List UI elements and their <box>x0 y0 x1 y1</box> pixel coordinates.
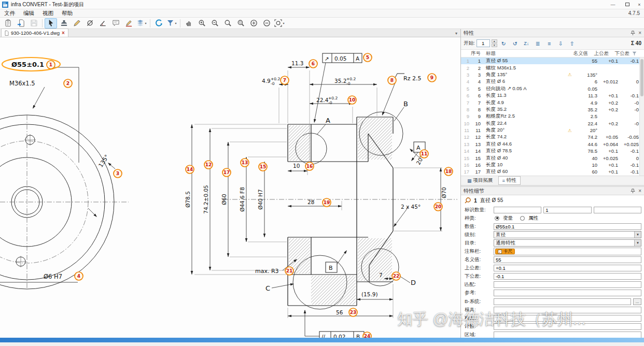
dimension-label[interactable]: 2 x 45° <box>401 204 421 210</box>
balloon-number[interactable]: 14 <box>187 167 193 172</box>
balloon-number[interactable]: 11 <box>421 151 428 156</box>
dimension-label[interactable]: +0.2 <box>346 77 356 81</box>
balloon-number[interactable]: 22 <box>393 273 400 279</box>
feature-row[interactable]: 1010长度 22.422.4+0.2-0 <box>461 120 644 127</box>
class-dropdown[interactable]: 直径▼ <box>494 231 641 238</box>
balloon-number[interactable]: 16 <box>306 164 313 169</box>
align-list-icon[interactable]: ≣ <box>533 39 543 48</box>
feature-row[interactable]: 1313直径 Ø 44.644.6+0.064+0.025 <box>461 141 644 148</box>
dimension-label[interactable]: Ø6 H7 <box>44 273 62 280</box>
balloon-number[interactable]: 5 <box>366 55 369 60</box>
pin-icon[interactable] <box>631 189 635 193</box>
angle-icon[interactable] <box>96 18 109 28</box>
balloon-number[interactable]: 4 <box>77 273 80 279</box>
bsystem-input[interactable] <box>494 298 631 305</box>
value-input[interactable] <box>494 223 641 230</box>
dimension-label[interactable]: B <box>356 334 360 338</box>
dimension-label[interactable]: +0.2 <box>271 77 280 81</box>
stepper-up-icon[interactable]: ▲ <box>492 39 497 43</box>
feature-row[interactable]: 22螺纹 M36x1.5 <box>461 64 644 71</box>
zoom-selection-icon[interactable]: ▾ <box>273 18 286 28</box>
dimension-label[interactable]: 74.2±0.05 <box>203 185 209 214</box>
gauge-input[interactable] <box>494 315 641 322</box>
feature-row[interactable]: 1717直径 Ø 6060+0.1-0.1 <box>461 168 644 175</box>
close-icon[interactable]: × <box>635 0 644 9</box>
zoom-in-icon[interactable] <box>195 18 208 28</box>
balloon-number[interactable]: 13 <box>242 160 248 165</box>
circle-plus-icon[interactable] <box>247 18 260 28</box>
dimension-label[interactable]: max. R3 <box>255 268 279 275</box>
move-top-icon[interactable]: ⇧ <box>567 39 577 48</box>
menu-file[interactable]: 文件 <box>0 9 19 17</box>
circle-minus-icon[interactable] <box>260 18 273 28</box>
nominal-input[interactable] <box>494 256 641 263</box>
feature-row[interactable]: 11直径 Ø 5555+0.1-0.1 <box>461 57 644 64</box>
feature-row[interactable]: 1616长度 1010+0.1-0.1 <box>461 162 644 168</box>
menu-help[interactable]: 帮助 <box>58 9 77 17</box>
column-no[interactable]: 序号 <box>461 50 481 57</box>
layers-icon[interactable]: ▾ <box>135 18 148 28</box>
feature-row[interactable]: 77长度 4.94.9+0.2-0 <box>461 99 644 106</box>
dimension-label[interactable]: 10 <box>293 163 300 169</box>
reference-input[interactable] <box>494 290 641 296</box>
dimension-label[interactable]: A <box>326 117 330 124</box>
balloon-number[interactable]: 18 <box>445 169 452 174</box>
balloon-number[interactable]: 9 <box>430 75 433 80</box>
qty-input-3[interactable] <box>594 207 641 213</box>
start-stepper[interactable]: ▲▼ <box>492 39 497 47</box>
radio-attribute[interactable] <box>520 216 525 221</box>
feature-row[interactable]: 55径向跳动 ↗ 0.05 A0.05 <box>461 85 644 92</box>
dimension-label[interactable]: 56 <box>336 309 343 315</box>
list-icon[interactable]: ≡ <box>544 39 554 48</box>
dimension-label[interactable]: (15.9) <box>361 291 378 297</box>
document-tab[interactable]: 930-1200-406-V1.dwg × <box>1 28 68 37</box>
column-title[interactable]: 标题 <box>481 50 564 57</box>
radio-variable[interactable] <box>495 216 499 221</box>
feature-row[interactable]: 99粗糙度Rz 2.52.5 <box>461 113 644 120</box>
browse-more-button[interactable]: ... <box>633 298 641 305</box>
balloon-number[interactable]: 19 <box>324 200 330 205</box>
pencil-strike-icon[interactable] <box>122 18 135 28</box>
column-upper[interactable]: 上公差 <box>588 50 609 57</box>
save-icon[interactable] <box>27 18 40 28</box>
balloon-number[interactable]: 3 <box>116 171 119 176</box>
lower-tolerance-input[interactable] <box>494 273 641 280</box>
panel-close-icon[interactable]: × <box>638 30 641 36</box>
checkbox-checked-icon[interactable]: ✓ <box>498 250 502 254</box>
column-lower[interactable]: 下公差 <box>609 50 629 57</box>
balloon-number[interactable]: 23 <box>350 310 357 315</box>
comment-icon[interactable] <box>109 18 122 28</box>
chevron-down-icon[interactable]: ▼ <box>634 240 641 246</box>
balloon-number[interactable]: 8 <box>390 78 394 83</box>
dimension-label[interactable]: 0.05 <box>334 55 346 62</box>
dimension-label[interactable]: 7 <box>379 272 383 278</box>
move-bottom-icon[interactable]: ⇩ <box>556 39 566 48</box>
pencil-icon[interactable] <box>71 18 83 28</box>
feature-row[interactable]: 33角度 135°⚠135° <box>461 71 644 78</box>
scrollbar-thumb[interactable] <box>640 59 643 96</box>
feature-row[interactable]: 1212长度 74.274.2+0.05-0.05 <box>461 134 644 140</box>
chevron-down-icon[interactable]: ▼ <box>634 232 641 238</box>
feature-row[interactable]: 88长度 35.235.2+0.2-0 <box>461 106 644 113</box>
column-nominal[interactable]: 名义值 <box>564 50 588 57</box>
pin-icon[interactable] <box>631 31 635 35</box>
dimension-label[interactable]: Ø40 H7 <box>257 189 263 210</box>
balloon-number[interactable]: 24 <box>364 334 371 338</box>
dimension-label[interactable]: -0 <box>328 100 332 105</box>
dimension-label[interactable]: M36x1.5 <box>9 80 35 87</box>
dimension-label[interactable]: // <box>321 334 326 338</box>
table-scrollbar[interactable] <box>639 57 644 176</box>
diameter-icon[interactable] <box>83 18 96 28</box>
dimension-label[interactable]: 22.4 <box>316 97 329 103</box>
zoom-icon[interactable] <box>221 18 234 28</box>
dimension-label[interactable]: 11.3 <box>291 60 303 66</box>
feature-row[interactable]: 1414直径 Ø 78.578.5+0.1-0.1 <box>461 148 644 154</box>
zoom-out-icon[interactable] <box>208 18 221 28</box>
funnel-icon[interactable]: ▾ <box>165 18 178 28</box>
flip-icon[interactable] <box>152 18 165 28</box>
drawing-canvas[interactable]: Ø55±0.1M36x1.5135°Ø6 H711.34.9+0.2-035.2… <box>0 37 460 338</box>
dimension-label[interactable]: ↗ <box>325 55 329 62</box>
balloon-number[interactable]: 10 <box>349 97 356 103</box>
stamp-icon[interactable] <box>58 18 70 28</box>
renumber-icon[interactable]: ↻ <box>499 39 509 48</box>
